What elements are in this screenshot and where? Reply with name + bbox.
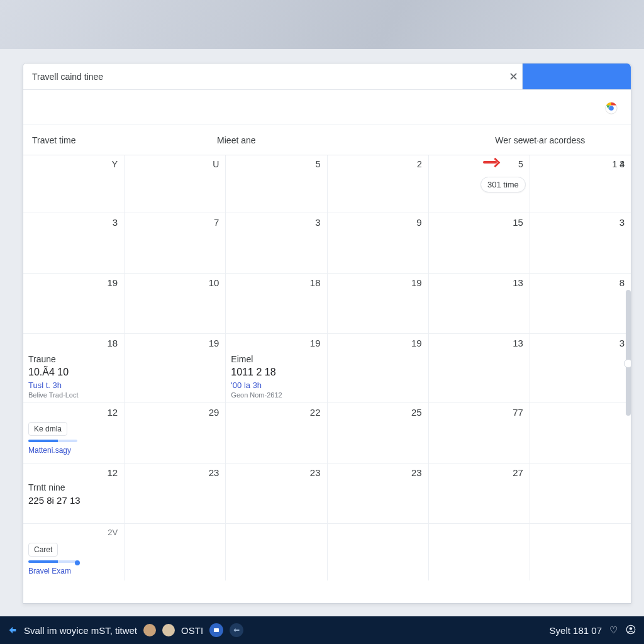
day-cell[interactable]: 2V Caret Bravel Exam	[23, 524, 125, 580]
day-cell[interactable]: 3	[530, 213, 631, 273]
day-cell[interactable]: 22	[226, 403, 327, 463]
close-icon[interactable]: ✕	[508, 71, 519, 82]
event-link[interactable]: Bravel Exam	[28, 567, 119, 575]
event-chip[interactable]: Caret	[28, 543, 58, 557]
day-cell[interactable]: 8	[530, 274, 631, 333]
today-indicator-icon	[483, 159, 499, 165]
day-cell[interactable]: 19	[125, 334, 226, 402]
event-link[interactable]: Matteni.sagy	[28, 446, 119, 455]
day-cell[interactable]: 77	[429, 403, 530, 463]
day-cell[interactable]: 19	[23, 274, 125, 333]
day-number: 23	[209, 467, 219, 478]
event-line: 10.Ã4 10	[28, 367, 119, 378]
weekday-label-secondary: 4	[619, 159, 625, 169]
day-cell[interactable]: 7	[125, 213, 226, 273]
event-line: Belive Trad-Loct	[28, 391, 119, 399]
day-cell[interactable]: 19	[328, 334, 429, 402]
chrome-icon[interactable]	[604, 101, 618, 115]
scrollbar[interactable]	[626, 290, 631, 416]
weekday-label: 2	[417, 159, 422, 169]
day-cell[interactable]: 29	[125, 403, 226, 463]
week-row: 18 Traune 10.Ã4 10 Tusl t. 3h Belive Tra…	[23, 334, 631, 403]
day-number: 19	[411, 338, 422, 348]
week-row: 12 Ke dmla Matteni.sagy 29 22 25 77	[23, 403, 631, 464]
weekday-label: 5	[316, 159, 321, 169]
progress-bar	[28, 440, 77, 442]
day-cell[interactable]: 13	[429, 274, 530, 333]
day-number: 19	[209, 338, 219, 348]
arrow-icon[interactable]	[8, 625, 18, 635]
column-header-travel-time: Travet time	[23, 135, 208, 145]
day-number: 3	[315, 217, 320, 228]
day-cell[interactable]: 23	[328, 464, 429, 523]
event-chip[interactable]: Ke dmla	[28, 422, 67, 436]
day-number: 13	[513, 338, 523, 348]
panel-toolbar	[23, 90, 631, 125]
day-cell[interactable]	[125, 524, 226, 580]
day-cell[interactable]: 3	[226, 213, 327, 273]
day-cell[interactable]: 12 Trntt nine 225 8i 27 13	[23, 464, 125, 523]
day-cell[interactable]	[226, 524, 327, 580]
event-title: Trntt nine	[28, 482, 119, 492]
day-cell[interactable]: 3	[530, 334, 631, 402]
day-cell[interactable]: 15	[429, 213, 530, 273]
day-cell[interactable]: 25	[328, 403, 429, 463]
day-cell[interactable]: 18	[226, 274, 327, 333]
day-number: 27	[513, 467, 523, 478]
week-row: 3 7 3 9 15 3	[23, 213, 631, 274]
day-cell[interactable]	[530, 524, 631, 580]
column-headers: Travet time Mieet ane Wer sewet·ar acord…	[23, 125, 631, 155]
day-cell[interactable]: 23	[125, 464, 226, 523]
stage: Travell caind tinee ✕ Travet time Mieet …	[0, 0, 644, 644]
day-cell[interactable]: 3	[23, 213, 125, 273]
panel-tab-accent[interactable]	[523, 64, 631, 89]
event-line: 1011 2 18	[231, 367, 321, 378]
day-cell[interactable]: 19 Eimel 1011 2 18 '00 la 3h Geon Nom-26…	[226, 334, 327, 402]
panel-tab-title: Travell caind tinee	[32, 72, 103, 82]
day-number: 18	[310, 277, 321, 288]
avatar[interactable]	[162, 624, 175, 636]
day-number: 23	[310, 467, 321, 478]
heart-icon[interactable]: ♡	[609, 625, 618, 636]
taskbar-clock: Syelt 181 07	[550, 625, 602, 636]
day-cell[interactable]: 23	[226, 464, 327, 523]
day-number: 15	[513, 217, 523, 228]
day-cell[interactable]: 27	[429, 464, 530, 523]
tray-icon[interactable]	[230, 623, 243, 637]
week-row: 12 Trntt nine 225 8i 27 13 23 23 23 27	[23, 464, 631, 524]
avatar[interactable]	[143, 624, 156, 636]
day-number: 3	[113, 217, 118, 228]
day-cell[interactable]: 18 Traune 10.Ã4 10 Tusl t. 3h Belive Tra…	[23, 334, 125, 402]
day-cell[interactable]: 19	[328, 274, 429, 333]
day-number: 23	[411, 467, 422, 478]
day-number: 12	[107, 407, 118, 418]
day-cell[interactable]: 9	[328, 213, 429, 273]
panel-tab-strip: Travell caind tinee ✕	[23, 64, 631, 90]
taskbar-app-title[interactable]: Svall im woyice mST, titwet	[24, 625, 137, 636]
panel-tab[interactable]: Travell caind tinee	[23, 64, 523, 89]
day-cell[interactable]: 10	[125, 274, 226, 333]
day-number: 12	[107, 467, 118, 478]
weekday-label: 5	[518, 159, 523, 169]
scrollbar-knob[interactable]	[624, 359, 631, 368]
today-pill[interactable]: 301 time	[480, 177, 526, 192]
calendar-grid: Y U 5 2 5 301 time 1 3 4 3 7 3 9	[23, 155, 631, 580]
day-number: 77	[513, 407, 523, 418]
user-icon[interactable]	[625, 624, 636, 637]
day-cell[interactable]	[530, 403, 631, 463]
day-cell[interactable]	[429, 524, 530, 580]
column-header-meet: Mieet ane	[208, 135, 495, 145]
day-cell[interactable]	[530, 464, 631, 523]
tray-icon[interactable]	[209, 623, 223, 637]
event-title: Eimel	[231, 354, 321, 364]
weekday-label: U	[213, 159, 219, 169]
day-number: 7	[214, 217, 219, 228]
day-cell[interactable]: 12 Ke dmla Matteni.sagy	[23, 403, 125, 463]
event-line: Tusl t. 3h	[28, 380, 119, 390]
day-cell[interactable]	[328, 524, 429, 580]
day-cell[interactable]: 13	[429, 334, 530, 402]
day-number: 18	[107, 338, 118, 348]
day-number: 19	[310, 338, 321, 348]
day-number: 9	[416, 217, 421, 228]
weekday-cell: Y	[23, 155, 125, 213]
